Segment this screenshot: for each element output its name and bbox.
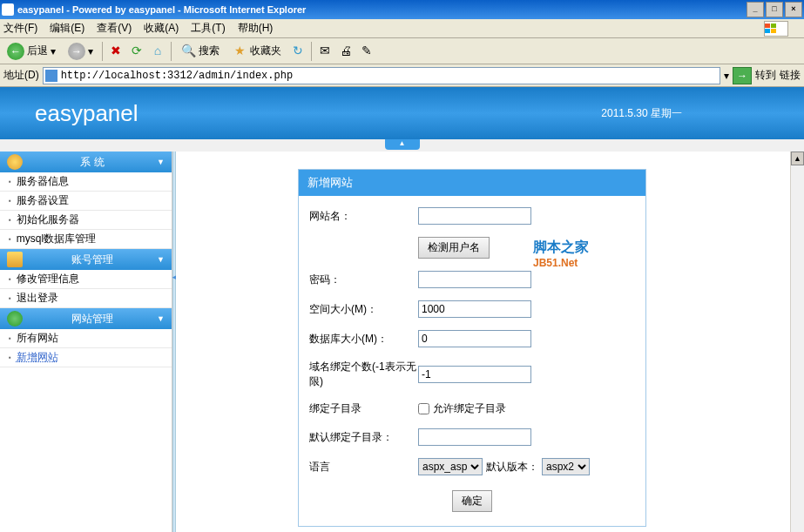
minimize-button[interactable]: _ xyxy=(747,2,764,17)
section-icon xyxy=(7,154,23,170)
address-bar: 地址(D) http://localhost:3312/admin/index.… xyxy=(0,64,804,87)
window-title: easypanel - Powered by easypanel - Micro… xyxy=(17,4,306,15)
password-input[interactable] xyxy=(418,271,531,288)
favorites-button[interactable]: ★ 收藏夹 xyxy=(228,42,285,61)
site-name-label: 网站名： xyxy=(309,209,418,224)
home-icon[interactable]: ⌂ xyxy=(150,44,166,59)
sidebar-item[interactable]: 服务器设置 xyxy=(0,192,172,211)
site-name-input[interactable] xyxy=(418,207,531,225)
chevron-down-icon: ▾ xyxy=(88,45,93,57)
forward-button[interactable]: → ▾ xyxy=(64,41,97,62)
domain-count-label: 域名绑定个数(-1表示无限) xyxy=(309,360,418,389)
sidebar-item[interactable]: 退出登录 xyxy=(0,289,172,308)
app-date: 2011.5.30 星期一 xyxy=(601,106,682,121)
sidebar-item[interactable]: 服务器信息 xyxy=(0,172,172,192)
sidebar-item[interactable]: 新增网站 xyxy=(0,348,172,367)
space-input[interactable] xyxy=(418,300,531,318)
ie-logo xyxy=(764,21,788,37)
app-title: easypanel xyxy=(35,100,139,127)
scroll-up-icon[interactable]: ▲ xyxy=(791,152,804,165)
chevron-down-icon: ▼ xyxy=(157,255,165,264)
links-label[interactable]: 链接 xyxy=(780,68,801,83)
section-icon xyxy=(7,311,23,327)
app-icon xyxy=(2,3,14,16)
default-subdir-input[interactable] xyxy=(418,428,531,446)
sidebar-item-label: 所有网站 xyxy=(17,331,58,346)
content-area: 脚本之家 JB51.Net 新增网站 网站名： 检测用户名 密码： 空 xyxy=(176,152,804,532)
back-label: 后退 xyxy=(27,44,48,58)
form-panel: 新增网站 网站名： 检测用户名 密码： 空间大小(M)： xyxy=(298,169,646,527)
favorites-label: 收藏夹 xyxy=(250,44,281,58)
sidebar-item[interactable]: 所有网站 xyxy=(0,329,172,348)
edit-icon[interactable]: ✎ xyxy=(359,44,375,59)
form-title: 新增网站 xyxy=(299,170,645,196)
subdir-checkbox[interactable] xyxy=(418,403,429,414)
search-icon: 🔍 xyxy=(180,44,196,59)
collapse-handle[interactable]: ▲ xyxy=(385,139,420,150)
section-icon xyxy=(7,252,23,267)
subdir-checkbox-label: 允许绑定子目录 xyxy=(433,401,506,416)
section-title: 系 统 xyxy=(28,155,157,170)
db-input[interactable] xyxy=(418,330,531,347)
separator xyxy=(171,42,172,61)
app-header: easypanel 2011.5.30 星期一 xyxy=(0,87,804,139)
menu-edit[interactable]: 编辑(E) xyxy=(50,21,84,36)
menu-view[interactable]: 查看(V) xyxy=(97,21,132,36)
menu-tools[interactable]: 工具(T) xyxy=(191,21,225,36)
lang-label: 语言 xyxy=(309,460,418,475)
back-button[interactable]: ← 后退 ▾ xyxy=(3,41,59,62)
version-select[interactable]: aspx2 xyxy=(542,458,590,475)
address-url: http://localhost:3312/admin/index.php xyxy=(61,70,293,82)
password-label: 密码： xyxy=(309,273,418,287)
subdir-label: 绑定子目录 xyxy=(309,401,418,416)
window-titlebar: easypanel - Powered by easypanel - Micro… xyxy=(0,0,804,19)
menu-help[interactable]: 帮助(H) xyxy=(238,21,274,36)
address-label: 地址(D) xyxy=(3,68,39,83)
go-label[interactable]: 转到 xyxy=(755,68,776,83)
separator xyxy=(102,42,103,61)
submit-button[interactable]: 确定 xyxy=(452,490,492,512)
stop-icon[interactable]: ✖ xyxy=(108,44,124,59)
domain-count-input[interactable] xyxy=(418,366,531,383)
chevron-down-icon: ▼ xyxy=(157,158,165,166)
sidebar-section-header[interactable]: 网站管理▼ xyxy=(0,308,172,329)
maximize-button[interactable]: □ xyxy=(766,2,783,17)
address-dropdown-icon[interactable]: ▾ xyxy=(724,70,729,82)
forward-icon: → xyxy=(68,43,85,60)
sidebar-section-header[interactable]: 账号管理▼ xyxy=(0,249,172,270)
section-title: 账号管理 xyxy=(28,253,157,267)
default-subdir-label: 默认绑定子目录： xyxy=(309,430,418,445)
star-icon: ★ xyxy=(232,44,247,59)
separator xyxy=(311,42,312,61)
page-icon xyxy=(45,70,57,82)
sidebar-item-label: mysql数据库管理 xyxy=(17,232,96,246)
sidebar-item-label: 服务器信息 xyxy=(17,174,69,189)
sidebar-item-label: 初始化服务器 xyxy=(17,212,79,227)
sidebar-item-label: 修改管理信息 xyxy=(17,272,79,286)
toolbar: ← 后退 ▾ → ▾ ✖ ⟳ ⌂ 🔍 搜索 ★ 收藏夹 ↻ ✉ 🖨 ✎ xyxy=(0,38,804,64)
menu-file[interactable]: 文件(F) xyxy=(3,21,37,36)
search-label: 搜索 xyxy=(199,44,220,58)
search-button[interactable]: 🔍 搜索 xyxy=(177,42,223,61)
sidebar: 系 统▼服务器信息服务器设置初始化服务器mysql数据库管理账号管理▼修改管理信… xyxy=(0,152,172,532)
menu-favorites[interactable]: 收藏(A) xyxy=(144,21,179,36)
mail-icon[interactable]: ✉ xyxy=(317,44,333,59)
sidebar-section-header[interactable]: 系 统▼ xyxy=(0,152,172,172)
history-icon[interactable]: ↻ xyxy=(290,44,306,59)
sidebar-item[interactable]: 初始化服务器 xyxy=(0,211,172,230)
go-button[interactable]: → xyxy=(733,67,752,84)
section-title: 网站管理 xyxy=(28,312,157,327)
refresh-icon[interactable]: ⟳ xyxy=(129,44,145,59)
vertical-scrollbar[interactable]: ▲ xyxy=(790,152,804,532)
close-button[interactable]: × xyxy=(785,2,802,17)
check-user-button[interactable]: 检测用户名 xyxy=(418,237,490,259)
sidebar-item-label: 新增网站 xyxy=(17,350,58,365)
back-icon: ← xyxy=(7,43,24,60)
lang-select[interactable]: aspx_asp xyxy=(418,458,483,475)
chevron-down-icon: ▼ xyxy=(157,314,165,323)
print-icon[interactable]: 🖨 xyxy=(338,44,354,59)
address-input[interactable]: http://localhost:3312/admin/index.php xyxy=(43,67,720,84)
sidebar-item[interactable]: 修改管理信息 xyxy=(0,270,172,289)
sidebar-item[interactable]: mysql数据库管理 xyxy=(0,230,172,249)
subdir-checkbox-wrap[interactable]: 允许绑定子目录 xyxy=(418,401,506,416)
